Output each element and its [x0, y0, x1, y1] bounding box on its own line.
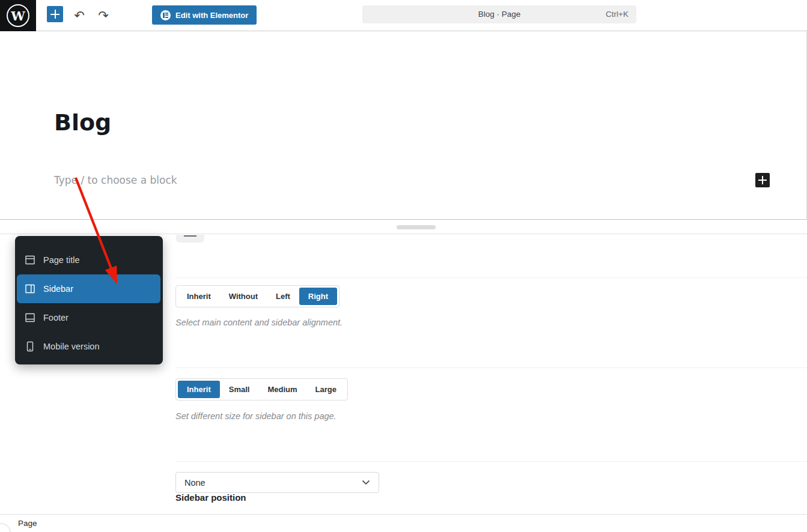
footer-icon — [25, 312, 35, 323]
command-shortcut-hint: Ctrl+K — [606, 5, 629, 23]
wordpress-logo-button[interactable]: W — [0, 0, 36, 31]
chevron-down-icon — [362, 480, 370, 485]
post-title-field[interactable]: Blog — [54, 109, 111, 136]
panel-item-label: Mobile version — [43, 342, 100, 351]
editor-top-bar: W ↶ ↷ Edit with Elementor Blog · Page Ct… — [0, 0, 807, 31]
custom-sidebar-selected-value: None — [184, 478, 362, 488]
section-separator — [175, 461, 807, 462]
page-options-panel: Page title Sidebar Footer Mobile version — [15, 236, 163, 364]
block-inserter-button[interactable] — [47, 6, 63, 22]
panel-item-label: Sidebar — [43, 284, 73, 294]
sidebar-position-inherit-button[interactable]: Inherit — [178, 288, 220, 305]
wordpress-logo-icon: W — [7, 4, 29, 27]
sidebar-icon — [25, 283, 35, 294]
elementor-icon — [160, 10, 171, 20]
block-appender-placeholder[interactable]: Type / to choose a block — [54, 174, 177, 186]
metabox-resize-strip — [0, 220, 807, 234]
custom-sidebar-select[interactable]: None — [175, 472, 379, 493]
add-block-button[interactable] — [755, 173, 770, 187]
document-breadcrumb: Blog · Page — [362, 5, 636, 23]
panel-item-page-title[interactable]: Page title — [17, 246, 160, 274]
panel-item-sidebar[interactable]: Sidebar — [17, 274, 160, 303]
sidebar-position-control: Inherit Without Left Right — [175, 285, 340, 307]
editor-footer-bar: Page — [0, 514, 807, 532]
sidebar-size-small-button[interactable]: Small — [220, 381, 259, 398]
redo-button[interactable]: ↷ — [95, 7, 112, 25]
sidebar-size-large-button[interactable]: Large — [306, 381, 346, 398]
panel-item-footer[interactable]: Footer — [17, 303, 160, 332]
edit-with-elementor-label: Edit with Elementor — [175, 11, 248, 20]
panel-item-mobile-version[interactable]: Mobile version — [17, 332, 160, 361]
sidebar-size-control: Inherit Small Medium Large — [175, 378, 348, 401]
sidebar-position-left-button[interactable]: Left — [267, 288, 299, 305]
sidebar-size-inherit-button[interactable]: Inherit — [178, 381, 220, 398]
sidebar-size-help: Set different size for sidebar on this p… — [175, 411, 337, 421]
undo-button[interactable]: ↶ — [71, 7, 88, 25]
sidebar-position-right-button[interactable]: Right — [299, 288, 337, 305]
metabox-resize-handle[interactable] — [397, 225, 436, 229]
sidebar-position-without-button[interactable]: Without — [220, 288, 267, 305]
corner-arc-decoration — [0, 523, 11, 532]
redo-icon: ↷ — [98, 8, 109, 23]
sidebar-position-heading: Sidebar position — [175, 492, 246, 503]
panel-item-label: Footer — [43, 313, 69, 322]
undo-icon: ↶ — [74, 8, 85, 23]
wordpress-editor-window: W ↶ ↷ Edit with Elementor Blog · Page Ct… — [0, 0, 807, 532]
footer-breadcrumb-page[interactable]: Page — [18, 515, 37, 532]
editor-canvas: Blog Type / to choose a block — [0, 31, 807, 220]
edit-with-elementor-button[interactable]: Edit with Elementor — [152, 5, 257, 25]
section-separator — [175, 277, 807, 278]
mobile-icon — [25, 341, 35, 352]
panel-item-label: Page title — [43, 255, 79, 265]
section-separator — [175, 367, 807, 368]
command-palette-bar[interactable]: Blog · Page Ctrl+K — [362, 5, 636, 23]
sidebar-position-help: Select main content and sidebar alignmen… — [175, 318, 343, 327]
sidebar-size-medium-button[interactable]: Medium — [258, 381, 306, 398]
metabox-handle-button[interactable] — [176, 235, 204, 243]
page-title-icon — [25, 255, 35, 265]
